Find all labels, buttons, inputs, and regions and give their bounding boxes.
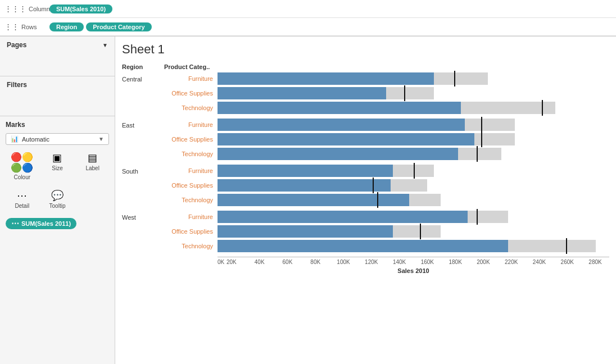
- cat-label: Technology: [164, 197, 218, 203]
- x-tick: 200K: [469, 259, 497, 265]
- marks-type-icon: 📊: [11, 135, 19, 143]
- x-tick: 280K: [581, 259, 609, 265]
- bar-container: [218, 119, 609, 131]
- marks-size[interactable]: ▣ Size: [41, 149, 74, 183]
- bar-marker: [377, 192, 378, 208]
- bar-container: [218, 148, 609, 160]
- columns-icon: ⋮⋮⋮: [4, 4, 26, 13]
- bar-marker: [481, 131, 482, 147]
- bar-container: [218, 194, 609, 206]
- cat-label: Technology: [164, 151, 218, 157]
- marks-dropdown-arrow: ▼: [98, 136, 104, 142]
- bar-row: Office Supplies: [164, 133, 609, 145]
- bar-row: Office Supplies: [164, 87, 609, 99]
- region-label-east: East: [122, 119, 164, 129]
- cat-label: Furniture: [164, 75, 218, 82]
- bar-container: [218, 165, 609, 177]
- bar-marker: [420, 224, 421, 239]
- bar-row: Technology: [164, 240, 609, 252]
- marks-sum-pill[interactable]: ⋯ SUM(Sales 2011): [6, 218, 76, 229]
- x-tick: 260K: [553, 259, 581, 265]
- bar-container: [218, 211, 609, 223]
- bar-row: Office Supplies: [164, 225, 609, 238]
- marks-colour[interactable]: 🔴🟡🟢🔵 Colour: [6, 149, 39, 183]
- bar-main: [218, 165, 393, 177]
- bar-row: Furniture: [164, 119, 609, 131]
- bar-container: [218, 102, 609, 114]
- region-label-south: South: [122, 165, 164, 175]
- bar-marker: [404, 85, 405, 101]
- filters-section: Filters: [0, 76, 115, 116]
- x-tick: 20K: [218, 259, 246, 265]
- bar-container: [218, 72, 609, 85]
- bar-main: [218, 240, 508, 252]
- marks-detail[interactable]: ⋯ Detail: [6, 187, 39, 211]
- bar-main: [218, 194, 409, 206]
- pages-chevron[interactable]: ▼: [102, 42, 108, 48]
- cat-label: Furniture: [164, 121, 218, 128]
- x-tick: 100K: [329, 259, 357, 265]
- marks-type-dropdown[interactable]: 📊 Automatic ▼: [6, 133, 109, 145]
- cat-label: Technology: [164, 243, 218, 249]
- bar-row: Technology: [164, 148, 609, 160]
- marks-grid-2: ⋯ Detail 💬 Tooltip: [6, 187, 109, 211]
- label-icon: ▤: [88, 152, 97, 164]
- bar-marker: [477, 209, 478, 225]
- bar-row: Furniture: [164, 72, 609, 85]
- rows-pill-region[interactable]: Region: [49, 22, 84, 31]
- bar-marker: [477, 146, 478, 162]
- x-tick: 60K: [274, 259, 302, 265]
- x-axis: 0K20K40K60K80K100K120K140K160K180K200K22…: [218, 257, 609, 265]
- marks-grid: 🔴🟡🟢🔵 Colour ▣ Size ▤ Label: [6, 149, 109, 183]
- bar-main: [218, 72, 434, 85]
- rows-group-central: FurnitureOffice SuppliesTechnology: [164, 72, 609, 116]
- bar-container: [218, 87, 609, 99]
- col-header-region: Region: [122, 63, 164, 70]
- tooltip-icon: 💬: [51, 189, 64, 202]
- bar-container: [218, 240, 609, 252]
- col-header-cat: Product Categ..: [164, 63, 218, 70]
- rows-group-south: FurnitureOffice SuppliesTechnology: [164, 165, 609, 208]
- marks-title: Marks: [6, 121, 109, 129]
- bar-main: [218, 133, 474, 145]
- rows-group-west: FurnitureOffice SuppliesTechnology: [164, 211, 609, 254]
- cat-label: Office Supplies: [164, 182, 218, 189]
- region-label-west: West: [122, 211, 164, 221]
- bar-main: [218, 211, 468, 223]
- marks-type-text: Automatic: [22, 136, 98, 143]
- main-content: Sheet 1 Region Product Categ.. CentralFu…: [115, 37, 616, 364]
- bar-row: Furniture: [164, 211, 609, 223]
- bar-main: [218, 87, 386, 99]
- bar-marker: [542, 100, 543, 116]
- bar-container: [218, 225, 609, 238]
- detail-icon: ⋯: [17, 189, 27, 202]
- marks-pill-icon: ⋯: [11, 219, 19, 228]
- chart-groups: CentralFurnitureOffice SuppliesTechnolog…: [122, 72, 609, 254]
- cat-label: Furniture: [164, 167, 218, 174]
- bar-marker: [566, 238, 567, 254]
- cat-label: Furniture: [164, 213, 218, 220]
- x-tick: 120K: [357, 259, 386, 265]
- group-south: SouthFurnitureOffice SuppliesTechnology: [122, 165, 609, 208]
- x-tick: 180K: [441, 259, 469, 265]
- columns-label: ⋮⋮⋮ Columns: [4, 4, 49, 13]
- pages-section: Pages ▼: [0, 37, 115, 76]
- rows-group-east: FurnitureOffice SuppliesTechnology: [164, 119, 609, 162]
- colour-icon: 🔴🟡🟢🔵: [11, 152, 33, 173]
- x-tick: 140K: [386, 259, 414, 265]
- bar-marker: [454, 71, 455, 87]
- bar-row: Technology: [164, 102, 609, 114]
- rows-pill-category[interactable]: Product Category: [86, 22, 151, 31]
- marks-label[interactable]: ▤ Label: [76, 149, 109, 183]
- marks-section: Marks 📊 Automatic ▼ 🔴🟡🟢🔵 Colour ▣ Size ▤…: [0, 116, 115, 236]
- bar-marker: [481, 117, 482, 133]
- sheet-title: Sheet 1: [122, 42, 609, 57]
- bar-marker: [414, 163, 415, 179]
- filters-label: Filters: [7, 81, 27, 89]
- bar-main: [218, 225, 393, 238]
- bar-main: [218, 102, 461, 114]
- columns-pill[interactable]: SUM(Sales 2010): [49, 4, 112, 13]
- bar-container: [218, 133, 609, 145]
- marks-tooltip[interactable]: 💬 Tooltip: [41, 187, 74, 211]
- x-axis-label: Sales 2010: [218, 267, 609, 274]
